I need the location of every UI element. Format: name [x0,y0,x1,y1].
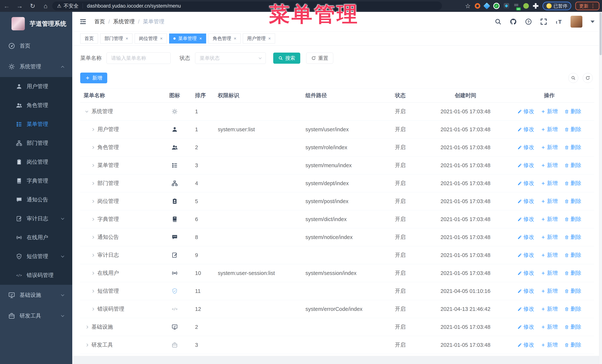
edit-action[interactable]: 修改 [517,180,534,187]
browser-scrollbar[interactable] [599,12,602,364]
row-expand-icon[interactable] [91,200,94,203]
row-expand-icon[interactable] [91,290,94,292]
tab-close-icon[interactable]: × [160,36,163,41]
delete-action[interactable]: 删除 [564,162,581,169]
chevron-down-icon[interactable] [591,21,595,23]
status-select[interactable]: 菜单状态 [195,52,266,64]
sidebar-subitem-1-10[interactable]: </>错误码管理 [0,266,72,285]
sidebar-subitem-1-3[interactable]: 部门管理 [0,134,72,153]
add-action[interactable]: 新增 [541,198,558,205]
show-search-toggle-button[interactable] [568,73,578,83]
user-avatar[interactable] [570,16,582,28]
extension-ubuntu-icon[interactable] [475,3,480,9]
edit-action[interactable]: 修改 [517,216,534,223]
delete-action[interactable]: 删除 [564,269,581,277]
address-bar[interactable]: ⚠ 不安全 dashboard.yudao.iocoder.cn/system/… [52,1,442,10]
tab-2[interactable]: 岗位管理× [135,33,167,43]
add-action[interactable]: 新增 [541,162,558,169]
paused-badge[interactable]: 已暂停 [543,2,571,10]
bookmark-star-icon[interactable]: ☆ [465,2,471,10]
delete-action[interactable]: 删除 [564,198,581,205]
sidebar-subitem-1-5[interactable]: 字典管理 [0,171,72,190]
extension-gem-icon[interactable] [484,3,490,10]
edit-action[interactable]: 修改 [517,108,534,115]
extension-check-icon[interactable]: ✓ [493,3,500,9]
sidebar-item-0[interactable]: 首页 [0,36,72,56]
tab-close-icon[interactable]: × [126,36,128,41]
github-icon[interactable] [510,18,517,25]
browser-home-icon[interactable]: ⌂ [40,0,52,12]
edit-action[interactable]: 修改 [517,305,534,313]
sidebar-subitem-1-7[interactable]: 审计日志 [0,209,72,228]
row-expand-icon[interactable] [91,254,94,257]
sidebar-subitem-1-6[interactable]: 通知公告 [0,190,72,209]
extension-bug-icon[interactable] [523,3,529,9]
row-expand-icon[interactable] [91,272,94,275]
add-action[interactable]: 新增 [541,144,558,151]
add-action[interactable]: 新增 [541,126,558,133]
add-action[interactable]: 新增 [541,323,558,331]
font-size-icon[interactable]: tT [555,18,562,25]
row-expand-icon[interactable] [91,308,94,311]
tab-1[interactable]: 部门管理× [100,33,132,43]
edit-action[interactable]: 修改 [517,341,534,349]
extension-puzzle-icon[interactable] [533,3,538,9]
sidebar-subitem-1-2[interactable]: 菜单管理 [0,115,72,134]
tab-close-icon[interactable]: × [199,36,202,41]
edit-action[interactable]: 修改 [517,233,534,241]
scrollbar-thumb[interactable] [600,13,602,55]
sidebar-item-1[interactable]: 系统管理 [0,56,72,77]
add-action[interactable]: 新增 [541,287,558,295]
delete-action[interactable]: 删除 [564,180,581,187]
delete-action[interactable]: 删除 [564,126,581,133]
sidebar-item-2[interactable]: 基础设施 [0,285,72,305]
sidebar-fold-icon[interactable] [79,18,87,25]
refresh-table-button[interactable] [583,73,593,83]
delete-action[interactable]: 删除 [564,233,581,241]
row-expand-icon[interactable] [86,109,88,112]
tab-4[interactable]: 角色管理× [208,33,241,43]
add-action[interactable]: 新增 [541,180,558,187]
edit-action[interactable]: 修改 [517,198,534,205]
search-icon[interactable] [494,18,502,25]
row-expand-icon[interactable] [91,128,94,131]
extension-tabs-icon[interactable]: on [513,3,519,9]
delete-action[interactable]: 删除 [564,287,581,295]
breadcrumb-item-1[interactable]: 系统管理 [113,18,135,25]
add-action[interactable]: 新增 [541,108,558,115]
delete-action[interactable]: 删除 [564,251,581,259]
browser-back-icon[interactable]: ← [1,0,13,12]
sidebar-subitem-1-8[interactable]: 在线用户 [0,228,72,247]
add-action[interactable]: 新增 [541,341,558,349]
sidebar-subitem-1-4[interactable]: 岗位管理 [0,153,72,171]
tab-close-icon[interactable]: × [234,36,236,41]
help-icon[interactable]: ? [525,18,532,25]
add-action[interactable]: 新增 [541,269,558,277]
add-action[interactable]: 新增 [541,216,558,223]
row-expand-icon[interactable] [91,146,94,149]
edit-action[interactable]: 修改 [517,251,534,259]
delete-action[interactable]: 删除 [564,216,581,223]
edit-action[interactable]: 修改 [517,162,534,169]
row-expand-icon[interactable] [91,218,94,221]
menu-name-input[interactable] [107,52,171,64]
sidebar-subitem-1-1[interactable]: 角色管理 [0,96,72,115]
row-expand-icon[interactable] [91,182,94,185]
edit-action[interactable]: 修改 [517,287,534,295]
delete-action[interactable]: 删除 [564,144,581,151]
row-expand-icon[interactable] [86,325,88,328]
edit-action[interactable]: 修改 [517,269,534,277]
edit-action[interactable]: 修改 [517,323,534,331]
add-action[interactable]: 新增 [541,305,558,313]
delete-action[interactable]: 删除 [564,323,581,331]
browser-forward-icon[interactable]: → [14,0,26,12]
add-action[interactable]: 新增 [541,233,558,241]
sidebar-item-3[interactable]: 研发工具 [0,305,72,326]
browser-reload-icon[interactable]: ↻ [27,0,39,12]
row-expand-icon[interactable] [91,164,94,167]
edit-action[interactable]: 修改 [517,144,534,151]
row-expand-icon[interactable] [91,236,94,239]
sidebar-subitem-1-0[interactable]: 用户管理 [0,77,72,96]
fullscreen-icon[interactable] [540,18,547,25]
breadcrumb-item-0[interactable]: 首页 [94,18,105,25]
